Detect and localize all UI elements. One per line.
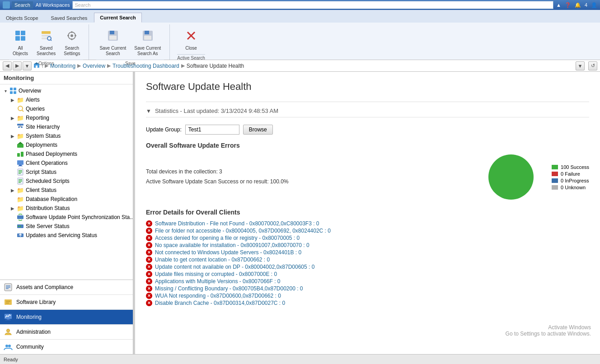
svg-rect-66 [7, 319, 9, 320]
error-link-9[interactable]: Missing / Conflicting Boundary - 0x80070… [155, 285, 303, 292]
svg-rect-1 [21, 31, 25, 35]
svg-rect-63 [6, 301, 10, 302]
expand-distribution-status[interactable]: ▶ [9, 205, 16, 212]
expand-overview[interactable]: ▾ [2, 87, 9, 94]
breadcrumb-monitoring[interactable]: Monitoring [50, 63, 75, 69]
breadcrumb-dropdown[interactable]: ▼ [576, 61, 585, 70]
error-link-0[interactable]: Software Distribution - File not Found -… [155, 220, 319, 227]
svg-point-69 [5, 345, 8, 347]
tree-item-distribution-status[interactable]: ▶ 📁 Distribution Status [0, 204, 133, 213]
user-icon[interactable]: 👤 [591, 2, 597, 8]
tab-objects-scope[interactable]: Objects Scope [0, 13, 44, 23]
assets-compliance-label: Assets and Compliance [16, 284, 73, 290]
sep5: ▶ [181, 63, 185, 69]
home-icon[interactable] [33, 62, 40, 70]
overall-errors-content: Total devices in the collection: 3 Activ… [146, 154, 589, 200]
search-settings-btn[interactable]: SearchSettings [61, 27, 83, 59]
breadcrumb-dropdown-btn[interactable]: ▼ [576, 61, 585, 70]
nav-community[interactable]: Community [0, 340, 133, 355]
error-link-2[interactable]: Access denied for opening a file or regi… [155, 235, 300, 241]
error-link-1[interactable]: File or folder not accessible - 0x800040… [155, 228, 331, 234]
expand-alerts[interactable]: ▶ [9, 96, 16, 103]
tree-item-scheduled-scripts[interactable]: Scheduled Scripts [0, 177, 133, 186]
svg-rect-4 [42, 31, 51, 34]
app-icon [3, 1, 10, 9]
error-link-3[interactable]: No space available for installation - 0x… [155, 242, 309, 248]
breadcrumb-troubleshooting[interactable]: Troubleshooting Dashboard [112, 63, 179, 69]
forward-btn[interactable]: ▶ [13, 61, 22, 70]
nav-monitoring[interactable]: Monitoring [0, 310, 133, 325]
search-box[interactable]: Search [72, 1, 553, 9]
error-link-4[interactable]: Not connected to Windows Update Servers … [155, 249, 301, 256]
error-link-10[interactable]: WUA Not responding - 0x87D00600,0x87D006… [155, 293, 281, 299]
ribbon-group-save: Save CurrentSearch Save CurrentSearch As… [91, 24, 170, 60]
expand-client-operations [9, 159, 16, 167]
tree-item-phased-deployments[interactable]: Phased Deployments [0, 149, 133, 159]
tree-item-script-status[interactable]: Script Status [0, 168, 133, 177]
status-text: Ready [4, 357, 18, 362]
tree-item-client-status[interactable]: ▶ 📁 Client Status [0, 186, 133, 195]
all-objects-btn[interactable]: AllObjects [9, 27, 32, 59]
error-link-8[interactable]: Applications with Multiple Versions - 0x… [155, 278, 280, 285]
tree-item-updates-servicing[interactable]: Updates and Servicing Status [0, 231, 133, 240]
error-link-6[interactable]: Update content not available on DP - 0x8… [155, 264, 314, 270]
tree-item-overview[interactable]: ▾ Overview [0, 86, 133, 95]
bell-icon[interactable]: 🔔 [575, 2, 581, 8]
tab-saved-searches[interactable]: Saved Searches [45, 13, 94, 23]
expand-phased-deployments [9, 150, 16, 158]
workspace-label: All Workspaces [36, 2, 70, 8]
refresh-btn[interactable]: ↺ [588, 61, 597, 70]
dropdown-btn[interactable]: ▼ [23, 61, 32, 70]
tree-item-site-server-status[interactable]: Site Server Status [0, 222, 133, 231]
tree-item-database-replication[interactable]: 📁 Database Replication [0, 195, 133, 204]
scheduled-scripts-label: Scheduled Scripts [26, 178, 70, 184]
statistics-header-text: Statistics - Last updated: 3/13/2024 9:4… [155, 107, 278, 114]
save-current-search-as-btn[interactable]: Save CurrentSearch As [131, 27, 164, 59]
nav-software-library[interactable]: Software Library [0, 295, 133, 310]
tab-current-search[interactable]: Current Search [94, 13, 141, 23]
active-search-buttons: Close [180, 26, 202, 53]
update-group-row: Update Group: Browse [146, 125, 589, 135]
tree-item-queries[interactable]: Queries [0, 104, 133, 113]
tree-item-reporting[interactable]: ▶ 📁 Reporting [0, 113, 133, 122]
tree-item-system-status[interactable]: ▶ 📁 System Status [0, 131, 133, 140]
svg-rect-20 [144, 36, 151, 40]
error-link-5[interactable]: Unable to get content location - 0x87D00… [155, 257, 270, 263]
save-current-search-btn[interactable]: Save CurrentSearch [96, 27, 129, 59]
help-icon[interactable]: ❓ [565, 2, 571, 8]
svg-rect-39 [17, 153, 20, 157]
error-item-10: ✕ WUA Not responding - 0x87D00600,0x87D0… [146, 293, 589, 299]
error-link-7[interactable]: Update files missing or corrupted - 0x80… [155, 271, 277, 277]
expand-site-server-status [9, 223, 16, 230]
browse-button[interactable]: Browse [243, 125, 273, 135]
expand-reporting[interactable]: ▶ [9, 114, 16, 121]
tree-item-sup-sync[interactable]: Software Update Point Synchronization St… [0, 213, 133, 222]
sidebar-title: Monitoring [0, 72, 133, 84]
title-bar-search-label[interactable]: Search [12, 1, 33, 9]
breadcrumb-overview[interactable]: Overview [83, 63, 105, 69]
tree-item-client-operations[interactable]: Client Operations [0, 159, 133, 168]
tree-item-site-hierarchy[interactable]: Site Hierarchy [0, 122, 133, 131]
error-icon-2: ✕ [146, 235, 152, 241]
breadcrumb: ◀ ▶ ▼ \ ▶ Monitoring ▶ Overview ▶ Troubl… [0, 60, 600, 72]
expand-database-replication [9, 196, 16, 203]
main-layout: Monitoring ▾ Overview ▶ 📁 Alerts [0, 72, 600, 355]
nav-assets-compliance[interactable]: Assets and Compliance [0, 280, 133, 295]
svg-marker-38 [18, 142, 23, 144]
chevron-up-icon[interactable]: ▲ [556, 2, 561, 8]
error-link-11[interactable]: Disable Branch Cache - 0x87D00314,0x87D0… [155, 300, 285, 306]
back-btn[interactable]: ◀ [3, 61, 12, 70]
tree-item-alerts[interactable]: ▶ 📁 Alerts [0, 95, 133, 104]
queries-label: Queries [26, 106, 45, 112]
expand-client-status[interactable]: ▶ [9, 187, 16, 194]
nav-administration[interactable]: Administration [0, 325, 133, 340]
ribbon-group-scope: AllObjects SavedSearches [4, 24, 89, 60]
update-group-input[interactable] [185, 125, 239, 135]
error-item-11: ✕ Disable Branch Cache - 0x87D00314,0x87… [146, 300, 589, 306]
close-btn[interactable]: Close [180, 27, 202, 53]
pie-chart [488, 154, 534, 200]
expand-system-status[interactable]: ▶ [9, 132, 16, 140]
tree-item-deployments[interactable]: Deployments [0, 140, 133, 149]
saved-searches-btn[interactable]: SavedSearches [33, 27, 59, 59]
legend-inprogress-color [552, 178, 558, 183]
